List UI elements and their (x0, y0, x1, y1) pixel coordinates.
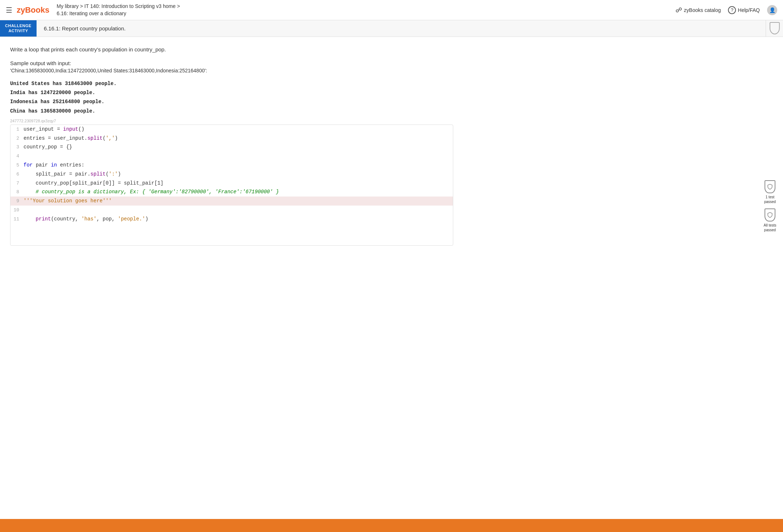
shield-svg-1 (767, 184, 773, 190)
output-line-3: Indonesia has 252164800 people. (10, 97, 453, 106)
sample-code-output: United States has 318463000 people. Indi… (10, 79, 453, 116)
output-line-2: India has 1247220000 people. (10, 88, 453, 97)
breadcrumb: My library > IT 140: Introduction to Scr… (56, 3, 180, 17)
badge-all-label: All tests passed (763, 223, 776, 232)
code-line-9[interactable]: 9 '''Your solution goes here''' (10, 197, 453, 206)
code-line-10: 10 (10, 206, 453, 215)
challenge-header: CHALLENGE ACTIVITY 6.16.1: Report countr… (0, 20, 783, 37)
code-line-11: 11 print(country, 'has', pop, 'people.') (10, 215, 453, 224)
code-line-2: 2 entries = user_input.split(',') (10, 134, 453, 143)
code-line-3: 3 country_pop = {} (10, 143, 453, 152)
shield-badge-all (765, 208, 775, 221)
breadcrumb-line1: My library > IT 140: Introduction to Scr… (56, 3, 180, 10)
editor-bottom-padding (10, 224, 453, 245)
catalog-link[interactable]: ☍ zyBooks catalog (675, 6, 721, 14)
zybooks-logo[interactable]: zyBooks (17, 5, 49, 15)
shield-icon (770, 22, 780, 34)
right-sidebar: 1 test passed All tests passed (757, 177, 783, 235)
code-line-5: 5 for pair in entries: (10, 161, 453, 170)
editor-id: 247772.2309728.qx3zqy7 (10, 119, 453, 123)
code-line-4: 4 (10, 152, 453, 161)
shield-badge-1test (765, 180, 775, 193)
sample-input-line: 'China:1365830000,India:1247220000,Unite… (10, 68, 453, 73)
user-avatar: 👤 (767, 5, 777, 15)
topbar: ☰ zyBooks My library > IT 140: Introduct… (0, 0, 783, 20)
challenge-label-line2: ACTIVITY (8, 28, 28, 33)
challenge-title: 6.16.1: Report country population. (37, 20, 766, 37)
help-icon: ? (728, 6, 736, 14)
breadcrumb-line2: 6.16: Iterating over a dictionary (56, 10, 180, 17)
code-line-1: 1 user_input = input() (10, 125, 453, 134)
user-account[interactable]: 👤 (767, 5, 777, 15)
badge-1-test: 1 test passed (764, 180, 776, 204)
code-line-7: 7 country_pop[split_pair[0]] = split_pai… (10, 179, 453, 188)
code-line-6: 6 split_pair = pair.split(':') (10, 170, 453, 179)
shield-button[interactable] (766, 20, 783, 37)
main-content: Write a loop that prints each country's … (0, 37, 463, 252)
catalog-label: zyBooks catalog (684, 7, 721, 13)
challenge-label: CHALLENGE ACTIVITY (0, 20, 37, 37)
main-area: Write a loop that prints each country's … (0, 37, 783, 519)
help-label: Help/FAQ (738, 7, 760, 13)
badge-1-label: 1 test passed (764, 195, 776, 204)
code-editor[interactable]: 1 user_input = input() 2 entries = user_… (10, 124, 453, 246)
help-link[interactable]: ? Help/FAQ (728, 6, 760, 14)
challenge-label-line1: CHALLENGE (5, 23, 31, 28)
sample-output-label: Sample output with input: (10, 60, 453, 66)
badge-all-tests: All tests passed (763, 208, 776, 232)
output-line-4: China has 1365830000 people. (10, 107, 453, 116)
topbar-right: ☍ zyBooks catalog ? Help/FAQ 👤 (675, 5, 777, 15)
bottom-bar (0, 519, 783, 532)
catalog-icon: ☍ (675, 6, 682, 14)
menu-icon[interactable]: ☰ (6, 6, 12, 14)
description-text: Write a loop that prints each country's … (10, 46, 453, 54)
output-line-1: United States has 318463000 people. (10, 79, 453, 88)
shield-svg-all (767, 212, 773, 218)
code-line-8: 8 # country_pop is a dictionary, Ex: { '… (10, 187, 453, 197)
